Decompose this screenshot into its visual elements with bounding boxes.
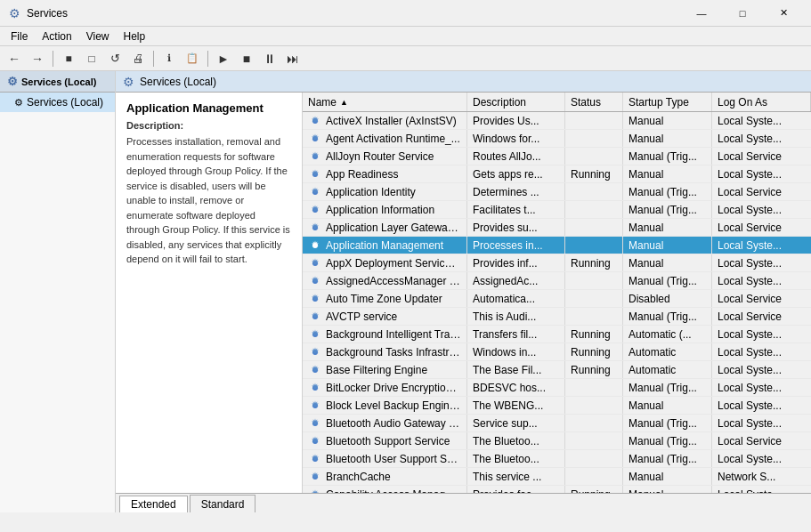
cell-description: Facilitates t... xyxy=(467,201,565,218)
table-row[interactable]: Background Tasks Infrastruc...Windows in… xyxy=(303,343,811,361)
cell-status xyxy=(565,237,623,254)
show-hide-button[interactable]: ■ xyxy=(58,49,79,69)
cell-name: BranchCache xyxy=(303,468,467,485)
cell-logon: Local Service xyxy=(712,290,811,307)
table-row[interactable]: BranchCacheThis service ...ManualNetwork… xyxy=(303,468,811,486)
cell-name: Capability Access Manager ... xyxy=(303,486,467,493)
pause-button[interactable]: ⏸ xyxy=(259,49,280,69)
service-icon xyxy=(308,292,322,306)
service-icon xyxy=(308,149,322,164)
main-area: ⚙ Services (Local) ⚙ Services (Local) ⚙ … xyxy=(0,71,811,512)
cell-startup-type: Manual (Trig... xyxy=(623,183,712,200)
table-row[interactable]: Bluetooth Support ServiceThe Bluetoo...M… xyxy=(303,432,811,450)
tab-standard[interactable]: Standard xyxy=(190,495,256,512)
table-row[interactable]: Bluetooth Audio Gateway S...Service sup.… xyxy=(303,415,811,432)
table-row[interactable]: Application Layer Gateway ...Provides su… xyxy=(303,219,811,237)
cell-startup-type: Manual xyxy=(623,130,712,147)
col-header-startup-type[interactable]: Startup Type xyxy=(623,93,712,111)
table-row[interactable]: Block Level Backup Engine ...The WBENG..… xyxy=(303,397,811,415)
stop-button[interactable]: ■ xyxy=(236,49,257,69)
cell-name: Bluetooth User Support Ser... xyxy=(303,450,467,467)
cell-name: AVCTP service xyxy=(303,308,467,325)
col-header-name[interactable]: Name ▲ xyxy=(303,93,467,111)
table-row[interactable]: App ReadinessGets apps re...RunningManua… xyxy=(303,165,811,183)
table-row[interactable]: Background Intelligent Tran...Transfers … xyxy=(303,326,811,343)
cell-description: The Bluetoo... xyxy=(467,450,565,467)
table-row[interactable]: Capability Access Manager ...Provides fa… xyxy=(303,486,811,493)
menu-action[interactable]: Action xyxy=(35,27,78,45)
service-icon xyxy=(308,310,322,324)
table-row[interactable]: AVCTP serviceThis is Audi...Manual (Trig… xyxy=(303,308,811,326)
cell-logon: Local Syste... xyxy=(712,272,811,289)
table-row[interactable]: Base Filtering EngineThe Base Fil...Runn… xyxy=(303,361,811,379)
cell-status xyxy=(565,112,623,129)
service-icon xyxy=(308,327,322,342)
table-row[interactable]: Agent Activation Runtime_...Windows for.… xyxy=(303,130,811,148)
list-button[interactable]: 📋 xyxy=(182,49,203,69)
window-title: Services xyxy=(27,7,681,20)
restart-button[interactable]: ⏭ xyxy=(282,49,304,69)
menu-file[interactable]: File xyxy=(4,27,35,45)
forward-button[interactable]: → xyxy=(27,49,48,69)
cell-name: Bluetooth Audio Gateway S... xyxy=(303,415,467,431)
cell-startup-type: Manual xyxy=(623,397,712,414)
cell-status xyxy=(565,130,623,147)
cell-logon: Local Syste... xyxy=(712,361,811,378)
cell-description: Provides inf... xyxy=(467,254,565,271)
toolbar-separator-3 xyxy=(207,51,208,67)
maximize-button[interactable]: □ xyxy=(722,0,763,27)
properties-button[interactable]: ℹ xyxy=(158,49,180,69)
table-row[interactable]: Application ManagementProcesses in...Man… xyxy=(303,237,811,254)
table-row[interactable]: BitLocker Drive Encryption ...BDESVC hos… xyxy=(303,379,811,397)
cell-name: Base Filtering Engine xyxy=(303,361,467,378)
bottom-tabs: Extended Standard xyxy=(116,493,811,512)
cell-status xyxy=(565,308,623,325)
cell-description: Determines ... xyxy=(467,183,565,200)
cell-status: Running xyxy=(565,165,623,182)
cell-name: AllJoyn Router Service xyxy=(303,148,467,165)
cell-logon: Local Syste... xyxy=(712,201,811,218)
tab-extended[interactable]: Extended xyxy=(119,496,188,512)
cell-description: The Base Fil... xyxy=(467,361,565,378)
cell-logon: Local Syste... xyxy=(712,397,811,414)
cell-description: Processes in... xyxy=(467,237,565,254)
cell-description: Automatica... xyxy=(467,290,565,307)
table-row[interactable]: Application InformationFacilitates t...M… xyxy=(303,201,811,219)
cell-logon: Local Syste... xyxy=(712,237,811,254)
cell-startup-type: Automatic xyxy=(623,361,712,378)
back-button[interactable]: ← xyxy=(4,49,25,69)
cell-status: Running xyxy=(565,254,623,271)
cell-startup-type: Manual (Trig... xyxy=(623,432,712,449)
col-header-description[interactable]: Description xyxy=(467,93,565,111)
table-row[interactable]: Bluetooth User Support Ser...The Bluetoo… xyxy=(303,450,811,468)
close-button[interactable]: ✕ xyxy=(763,0,804,27)
sidebar-item-services-local[interactable]: ⚙ Services (Local) xyxy=(0,93,115,112)
table-row[interactable]: ActiveX Installer (AxInstSV)Provides Us.… xyxy=(303,112,811,130)
cell-status xyxy=(565,201,623,218)
cell-startup-type: Manual (Trig... xyxy=(623,201,712,218)
table-row[interactable]: AllJoyn Router ServiceRoutes AllJo...Man… xyxy=(303,148,811,165)
window-controls: — □ ✕ xyxy=(681,0,804,27)
col-header-status[interactable]: Status xyxy=(565,93,623,111)
cell-logon: Local Service xyxy=(712,432,811,449)
description-panel: Application Management Description: Proc… xyxy=(116,93,303,493)
col-header-logon[interactable]: Log On As xyxy=(712,93,811,111)
cell-logon: Local Syste... xyxy=(712,165,811,182)
menu-help[interactable]: Help xyxy=(117,27,153,45)
sidebar-item-icon: ⚙ xyxy=(14,97,23,109)
table-row[interactable]: Auto Time Zone UpdaterAutomatica...Disab… xyxy=(303,290,811,308)
minimize-button[interactable]: — xyxy=(681,0,722,27)
cell-startup-type: Manual xyxy=(623,468,712,485)
table-row[interactable]: Application IdentityDetermines ...Manual… xyxy=(303,183,811,201)
table-row[interactable]: AssignedAccessManager Se...AssignedAc...… xyxy=(303,272,811,290)
cell-status: Running xyxy=(565,343,623,360)
menu-view[interactable]: View xyxy=(79,27,117,45)
refresh-button[interactable]: ↺ xyxy=(104,49,126,69)
up-button[interactable]: □ xyxy=(81,49,102,69)
start-button[interactable]: ► xyxy=(213,49,234,69)
panel-header: ⚙ Services (Local) xyxy=(116,71,811,93)
table-row[interactable]: AppX Deployment Service (...Provides inf… xyxy=(303,254,811,272)
export-button[interactable]: 🖨 xyxy=(127,49,149,69)
service-icon xyxy=(308,114,322,128)
cell-startup-type: Manual xyxy=(623,165,712,182)
